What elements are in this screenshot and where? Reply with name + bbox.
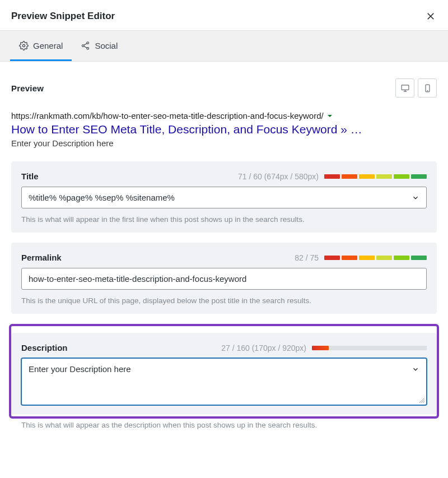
chevron-down-icon: [412, 194, 419, 202]
description-limit: 27 / 160 (170px / 920px): [221, 344, 306, 352]
description-highlight: Description 27 / 160 (170px / 920px): [9, 324, 439, 419]
gear-icon: [19, 41, 29, 50]
mobile-icon: [423, 83, 432, 93]
close-button[interactable]: [424, 10, 437, 22]
share-icon: [81, 41, 90, 50]
tab-social[interactable]: Social: [72, 31, 127, 61]
serp-url: https://rankmath.com/kb/how-to-enter-seo…: [11, 111, 324, 120]
svg-rect-4: [402, 85, 409, 90]
editor-title: Preview Snippet Editor: [11, 11, 115, 22]
permalink-length-bar: [324, 256, 427, 260]
permalink-help: This is the unique URL of this page, dis…: [21, 296, 427, 305]
serp-title: How to Enter SEO Meta Title, Description…: [11, 123, 437, 136]
title-input[interactable]: [22, 187, 405, 208]
svg-point-1: [87, 42, 89, 44]
title-input-wrap: [21, 187, 427, 208]
editor-header: Preview Snippet Editor: [0, 0, 448, 30]
serp-url-row: https://rankmath.com/kb/how-to-enter-seo…: [11, 111, 437, 120]
chevron-down-icon: [412, 365, 419, 373]
desktop-icon: [400, 83, 410, 93]
permalink-label: Permalink: [21, 253, 62, 262]
caret-down-icon: [327, 113, 333, 119]
preview-section-label: Preview: [11, 83, 44, 93]
title-limit: 71 / 60 (674px / 580px): [238, 172, 319, 181]
description-input[interactable]: [22, 359, 405, 405]
svg-point-6: [427, 90, 428, 91]
svg-point-0: [22, 44, 25, 47]
title-label: Title: [21, 171, 39, 181]
title-length-bar: [324, 174, 427, 179]
desktop-preview-button[interactable]: [395, 78, 414, 98]
description-label: Description: [21, 343, 68, 352]
title-field-group: Title 71 / 60 (674px / 580px) This is wh…: [11, 161, 437, 233]
description-field-group: Description 27 / 160 (170px / 920px): [11, 333, 437, 414]
tab-label: Social: [95, 41, 118, 50]
preview-header-row: Preview: [11, 78, 437, 98]
mobile-preview-button[interactable]: [418, 78, 437, 98]
device-toggle: [395, 78, 437, 98]
tab-general[interactable]: General: [10, 31, 72, 61]
serp-description: Enter your Description here: [11, 138, 437, 148]
resize-handle-icon: [418, 397, 425, 403]
title-help: This is what will appear in the first li…: [21, 215, 427, 224]
permalink-input[interactable]: [22, 268, 426, 289]
svg-point-2: [82, 45, 85, 47]
description-length-bar: [312, 346, 427, 350]
description-input-wrap: [21, 358, 427, 405]
svg-point-3: [87, 48, 89, 50]
close-icon: [426, 11, 436, 21]
description-help: This is what will appear as the descript…: [11, 421, 437, 429]
permalink-limit: 82 / 75: [295, 253, 319, 262]
title-variables-button[interactable]: [405, 187, 426, 208]
tab-label: General: [33, 41, 63, 50]
permalink-input-wrap: [21, 268, 427, 290]
tab-bar: General Social: [0, 30, 448, 62]
permalink-field-group: Permalink 82 / 75 This is the unique URL…: [11, 243, 437, 314]
